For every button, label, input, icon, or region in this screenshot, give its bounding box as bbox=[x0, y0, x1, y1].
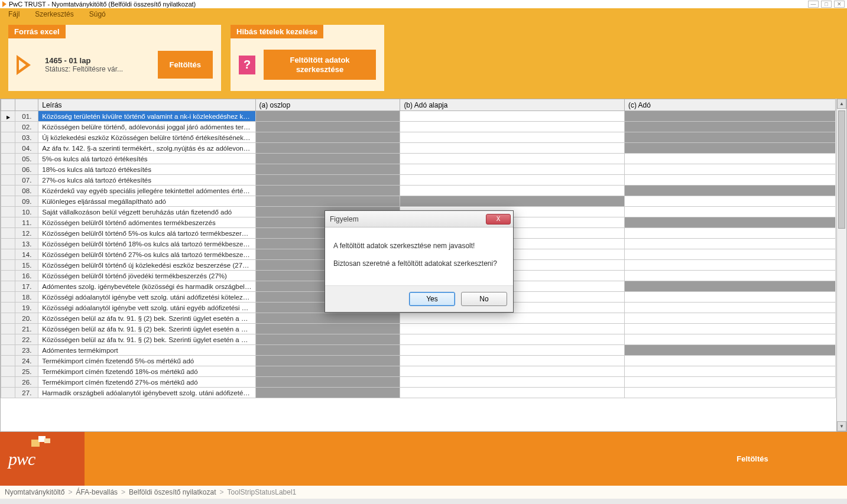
row-description[interactable]: 18%-os kulcs alá tartozó értékesítés bbox=[38, 164, 255, 175]
table-row[interactable]: 22.Közösségen belül az áfa tv. 91. § (2)… bbox=[1, 334, 836, 345]
table-row[interactable]: 21.Közösségen belül az áfa tv. 91. § (2)… bbox=[1, 324, 836, 334]
cell-c[interactable] bbox=[624, 356, 835, 366]
row-header[interactable] bbox=[1, 164, 15, 175]
row-header[interactable] bbox=[1, 334, 15, 345]
cell-c[interactable] bbox=[624, 388, 835, 398]
dialog-no-button[interactable]: No bbox=[461, 292, 507, 306]
table-row[interactable]: 24.Termékimport címén fizetendő 5%-os mé… bbox=[1, 356, 836, 366]
breadcrumb-2[interactable]: ÁFA-bevallás bbox=[76, 488, 118, 496]
row-header[interactable] bbox=[1, 111, 15, 122]
cell-c[interactable] bbox=[624, 260, 835, 271]
row-header[interactable] bbox=[1, 356, 15, 366]
row-header[interactable] bbox=[1, 122, 15, 132]
row-header[interactable] bbox=[1, 196, 15, 207]
cell-b[interactable] bbox=[400, 313, 625, 324]
cell-c[interactable] bbox=[624, 249, 835, 260]
cell-c[interactable] bbox=[624, 324, 835, 334]
grid-header-b[interactable]: (b) Adó alapja bbox=[400, 99, 625, 111]
table-row[interactable]: 02.Közösségen belülre történő, adólevoná… bbox=[1, 122, 836, 132]
cell-b[interactable] bbox=[400, 324, 625, 334]
grid-header-desc[interactable]: Leírás bbox=[38, 99, 255, 111]
cell-c[interactable] bbox=[624, 271, 835, 281]
cell-c[interactable] bbox=[624, 303, 835, 313]
table-row[interactable]: 05.5%-os kulcs alá tartozó értékesítés bbox=[1, 154, 836, 164]
close-button[interactable]: ✕ bbox=[834, 1, 845, 8]
table-row[interactable]: 04.Az áfa tv. 142. §-a szerinti termékér… bbox=[1, 143, 836, 154]
row-description[interactable]: Közösségi adóalanytól igénybe vett szolg… bbox=[38, 292, 255, 303]
table-row[interactable]: 09.Különleges eljárással megállapítható … bbox=[1, 196, 836, 207]
row-description[interactable]: Új közlekedési eszköz Közösségen belülre… bbox=[38, 132, 255, 143]
row-description[interactable]: Termékimport címén fizetendő 27%-os mért… bbox=[38, 377, 255, 388]
row-description[interactable]: Közösségen belülre történő, adólevonási … bbox=[38, 122, 255, 132]
row-description[interactable]: 5%-os kulcs alá tartozó értékesítés bbox=[38, 154, 255, 164]
cell-c[interactable] bbox=[624, 292, 835, 303]
menu-file[interactable]: Fájl bbox=[8, 10, 20, 18]
table-row[interactable]: 25.Termékimport címén fizetendő 18%-os m… bbox=[1, 366, 836, 377]
row-header[interactable] bbox=[1, 260, 15, 271]
cell-b[interactable] bbox=[400, 175, 625, 186]
scroll-thumb[interactable] bbox=[838, 110, 845, 229]
row-header[interactable] bbox=[1, 324, 15, 334]
row-description[interactable]: Közösségen belülről történő 27%-os kulcs… bbox=[38, 249, 255, 260]
cell-b[interactable] bbox=[400, 132, 625, 143]
cell-c[interactable] bbox=[624, 334, 835, 345]
edit-uploaded-button[interactable]: Feltöltött adatok szerkesztése bbox=[264, 50, 376, 80]
cell-c[interactable] bbox=[624, 377, 835, 388]
row-header[interactable] bbox=[1, 313, 15, 324]
row-description[interactable]: Adómentes szolg. igénybevétele (közösség… bbox=[38, 281, 255, 292]
row-header[interactable] bbox=[1, 154, 15, 164]
row-header[interactable] bbox=[1, 217, 15, 228]
row-description[interactable]: Termékimport címén fizetendő 18%-os mért… bbox=[38, 366, 255, 377]
row-header[interactable] bbox=[1, 292, 15, 303]
row-header[interactable] bbox=[1, 271, 15, 281]
row-header[interactable] bbox=[1, 207, 15, 217]
cell-c[interactable] bbox=[624, 313, 835, 324]
cell-b[interactable] bbox=[400, 154, 625, 164]
cell-b[interactable] bbox=[400, 122, 625, 132]
cell-b[interactable] bbox=[400, 356, 625, 366]
row-description[interactable]: Közösségi adóalanytól igénybe vett szolg… bbox=[38, 303, 255, 313]
cell-b[interactable] bbox=[400, 366, 625, 377]
cell-c[interactable] bbox=[624, 207, 835, 217]
row-header[interactable] bbox=[1, 249, 15, 260]
table-row[interactable]: 06.18%-os kulcs alá tartozó értékesítés bbox=[1, 164, 836, 175]
row-header[interactable] bbox=[1, 345, 15, 356]
scroll-up-icon[interactable]: ▲ bbox=[837, 99, 846, 109]
row-header[interactable] bbox=[1, 303, 15, 313]
row-description[interactable]: Az áfa tv. 142. §-a szerinti termékért.,… bbox=[38, 143, 255, 154]
table-row[interactable]: 26.Termékimport címén fizetendő 27%-os m… bbox=[1, 377, 836, 388]
menu-edit[interactable]: Szerkesztés bbox=[35, 10, 73, 18]
cell-c[interactable] bbox=[624, 175, 835, 186]
row-header[interactable] bbox=[1, 388, 15, 398]
row-header[interactable] bbox=[1, 186, 15, 196]
row-header[interactable] bbox=[1, 228, 15, 239]
table-row[interactable]: 27.Harmadik országbeli adóalanytól igény… bbox=[1, 388, 836, 398]
row-header[interactable] bbox=[1, 239, 15, 249]
dialog-close-button[interactable]: X bbox=[486, 214, 511, 225]
cell-c[interactable] bbox=[624, 154, 835, 164]
table-row[interactable]: 23.Adómentes termékimport bbox=[1, 345, 836, 356]
cell-c[interactable] bbox=[624, 228, 835, 239]
table-row[interactable]: 03.Új közlekedési eszköz Közösségen belü… bbox=[1, 132, 836, 143]
row-description[interactable]: Közösségen belülről történő jövedéki ter… bbox=[38, 271, 255, 281]
cell-b[interactable] bbox=[400, 164, 625, 175]
cell-b[interactable] bbox=[400, 186, 625, 196]
cell-c[interactable] bbox=[624, 366, 835, 377]
cell-b[interactable] bbox=[400, 345, 625, 356]
cell-b[interactable] bbox=[400, 334, 625, 345]
row-description[interactable]: Harmadik országbeli adóalanytól igénybev… bbox=[38, 388, 255, 398]
row-description[interactable]: Saját vállalkozáson belül végzett beruhá… bbox=[38, 207, 255, 217]
vertical-scrollbar[interactable]: ▲ ▼ bbox=[836, 99, 846, 431]
cell-c[interactable] bbox=[624, 239, 835, 249]
table-row[interactable]: 20.Közösségen belül az áfa tv. 91. § (2)… bbox=[1, 313, 836, 324]
cell-b[interactable] bbox=[400, 388, 625, 398]
breadcrumb-1[interactable]: Nyomtatványkitöltő bbox=[5, 488, 64, 496]
row-header[interactable] bbox=[1, 132, 15, 143]
dialog-yes-button[interactable]: Yes bbox=[409, 292, 455, 306]
row-description[interactable]: Közösségen belül az áfa tv. 91. § (2) be… bbox=[38, 334, 255, 345]
row-header[interactable] bbox=[1, 175, 15, 186]
maximize-button[interactable]: □ bbox=[821, 1, 832, 8]
cell-c[interactable] bbox=[624, 164, 835, 175]
row-description[interactable]: Közösségen belül az áfa tv. 91. § (2) be… bbox=[38, 313, 255, 324]
cell-b[interactable] bbox=[400, 143, 625, 154]
